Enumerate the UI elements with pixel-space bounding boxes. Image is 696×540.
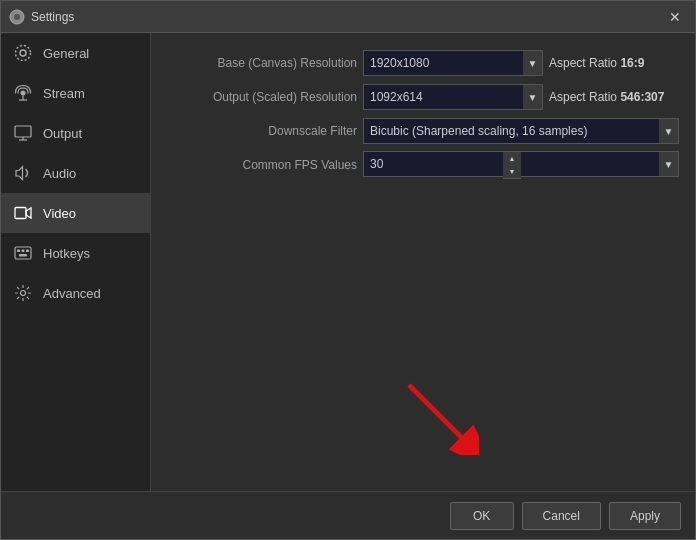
window-title: Settings bbox=[31, 10, 663, 24]
svg-rect-11 bbox=[15, 247, 31, 259]
hotkeys-icon bbox=[13, 243, 33, 263]
stream-icon bbox=[13, 83, 33, 103]
fps-input-group: ▲ ▼ ▼ bbox=[363, 151, 679, 179]
sidebar-label-audio: Audio bbox=[43, 166, 76, 181]
fps-row: Common FPS Values ▲ ▼ bbox=[167, 151, 679, 179]
svg-rect-12 bbox=[17, 250, 20, 253]
main-content: Base (Canvas) Resolution ▼ Aspect Ratio … bbox=[151, 33, 695, 491]
fps-increment-btn[interactable]: ▲ bbox=[503, 152, 521, 165]
sidebar-item-general[interactable]: General bbox=[1, 33, 150, 73]
svg-point-1 bbox=[14, 14, 20, 20]
window-body: General Stream bbox=[1, 33, 695, 491]
svg-line-18 bbox=[409, 385, 461, 437]
red-arrow bbox=[399, 375, 479, 455]
arrow-area bbox=[167, 179, 679, 475]
sidebar-item-stream[interactable]: Stream bbox=[1, 73, 150, 113]
svg-rect-13 bbox=[22, 250, 25, 253]
apply-button[interactable]: Apply bbox=[609, 502, 681, 530]
svg-rect-14 bbox=[26, 250, 29, 253]
output-resolution-row: Output (Scaled) Resolution ▼ Aspect Rati… bbox=[167, 83, 679, 111]
svg-point-3 bbox=[16, 46, 31, 61]
cancel-button[interactable]: Cancel bbox=[522, 502, 601, 530]
output-resolution-input-wrap: ▼ bbox=[363, 84, 543, 110]
base-resolution-input-wrap: ▼ bbox=[363, 50, 543, 76]
close-button[interactable]: ✕ bbox=[663, 5, 687, 29]
sidebar: General Stream bbox=[1, 33, 151, 491]
fps-label: Common FPS Values bbox=[167, 158, 357, 172]
fps-input[interactable] bbox=[363, 151, 503, 177]
svg-point-16 bbox=[21, 291, 26, 296]
downscale-select[interactable]: Bicubic (Sharpened scaling, 16 samples) bbox=[363, 118, 679, 144]
svg-rect-7 bbox=[15, 126, 31, 137]
output-icon bbox=[13, 123, 33, 143]
footer: OK Cancel Apply bbox=[1, 491, 695, 539]
sidebar-item-video[interactable]: Video bbox=[1, 193, 150, 233]
sidebar-item-advanced[interactable]: Advanced bbox=[1, 273, 150, 313]
output-resolution-label: Output (Scaled) Resolution bbox=[167, 90, 357, 104]
svg-point-4 bbox=[21, 91, 26, 96]
downscale-label: Downscale Filter bbox=[167, 124, 357, 138]
sidebar-item-output[interactable]: Output bbox=[1, 113, 150, 153]
output-aspect-ratio: Aspect Ratio 546:307 bbox=[549, 90, 679, 104]
svg-rect-10 bbox=[15, 208, 26, 219]
audio-icon bbox=[13, 163, 33, 183]
ok-button[interactable]: OK bbox=[450, 502, 514, 530]
video-settings-form: Base (Canvas) Resolution ▼ Aspect Ratio … bbox=[167, 49, 679, 179]
base-resolution-label: Base (Canvas) Resolution bbox=[167, 56, 357, 70]
sidebar-item-hotkeys[interactable]: Hotkeys bbox=[1, 233, 150, 273]
fps-decrement-btn[interactable]: ▼ bbox=[503, 165, 521, 178]
downscale-filter-row: Downscale Filter Bicubic (Sharpened scal… bbox=[167, 117, 679, 145]
sidebar-label-general: General bbox=[43, 46, 89, 61]
fps-spinner-wrap: ▲ ▼ bbox=[363, 151, 521, 179]
fps-select[interactable] bbox=[521, 151, 679, 177]
sidebar-label-advanced: Advanced bbox=[43, 286, 101, 301]
downscale-select-wrap: Bicubic (Sharpened scaling, 16 samples) … bbox=[363, 118, 679, 144]
title-bar: Settings ✕ bbox=[1, 1, 695, 33]
base-aspect-ratio: Aspect Ratio 16:9 bbox=[549, 56, 679, 70]
sidebar-label-video: Video bbox=[43, 206, 76, 221]
app-icon bbox=[9, 9, 25, 25]
base-resolution-row: Base (Canvas) Resolution ▼ Aspect Ratio … bbox=[167, 49, 679, 77]
output-resolution-input[interactable] bbox=[363, 84, 543, 110]
base-resolution-input[interactable] bbox=[363, 50, 543, 76]
sidebar-item-audio[interactable]: Audio bbox=[1, 153, 150, 193]
svg-rect-15 bbox=[19, 254, 27, 257]
sidebar-label-stream: Stream bbox=[43, 86, 85, 101]
advanced-icon bbox=[13, 283, 33, 303]
video-icon bbox=[13, 203, 33, 223]
sidebar-label-hotkeys: Hotkeys bbox=[43, 246, 90, 261]
general-icon bbox=[13, 43, 33, 63]
svg-point-2 bbox=[20, 50, 26, 56]
fps-dropdown-wrap: ▼ bbox=[521, 151, 679, 179]
settings-window: Settings ✕ General bbox=[0, 0, 696, 540]
sidebar-label-output: Output bbox=[43, 126, 82, 141]
fps-spinner-buttons: ▲ ▼ bbox=[503, 151, 521, 179]
